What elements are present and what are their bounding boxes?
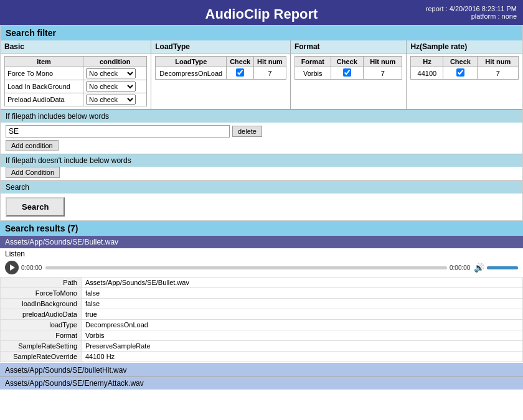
cell-condition[interactable]: No check true false <box>83 67 147 80</box>
hz-col-check: Check <box>443 57 478 67</box>
delete-condition-button[interactable]: delete <box>232 126 262 137</box>
hz-label: Hz(Sample rate) <box>407 40 522 54</box>
add-include-condition-button[interactable]: Add condition <box>6 140 59 151</box>
report-info: report : 4/20/2016 8:23:11 PM platform :… <box>426 5 517 20</box>
table-row: ForceToMono false <box>1 288 523 299</box>
basic-col-item: item <box>5 57 83 67</box>
table-row: Preload AudioData No check true false <box>5 93 147 106</box>
result-path-text-1: Assets/App/Sounds/SE/Bullet.wav <box>5 238 118 246</box>
table-row: DecompressOnLoad 7 <box>156 67 286 80</box>
basic-content: item condition Force To Mono No check tr… <box>1 54 151 109</box>
fmt-col-hitnum: Hit num <box>364 57 402 67</box>
search-results-header: Search results (7) <box>0 221 523 236</box>
table-row: preloadAudioData true <box>1 309 523 320</box>
table-row: loadInBackground false <box>1 299 523 309</box>
detail-key: loadType <box>1 320 82 330</box>
audio-player-1: 0:00:00 0:00:00 🔊 <box>0 259 523 277</box>
result-path-3: Assets/App/Sounds/SE/EnemyAttack.wav <box>0 376 523 390</box>
filepath-exclude-section: If filepath doesn't include below words … <box>1 154 522 180</box>
result-path-1: Assets/App/Sounds/SE/Bullet.wav <box>0 236 523 248</box>
detail-key: SampleRateOverride <box>1 352 82 362</box>
table-row: Vorbis 7 <box>294 67 402 80</box>
search-filter-header: Search filter <box>1 26 522 40</box>
detail-value: Vorbis <box>82 330 523 341</box>
fmt-check[interactable] <box>331 67 363 80</box>
detail-table-1: Path Assets/App/Sounds/SE/Bullet.wav For… <box>0 277 523 362</box>
detail-value: PreserveSampleRate <box>82 341 523 352</box>
cell-item: Force To Mono <box>5 67 83 80</box>
hz-column: Hz(Sample rate) Hz Check Hit num 44100 <box>407 40 522 109</box>
table-row: Load In BackGround No check true false <box>5 80 147 93</box>
preload-audiodata-select[interactable]: No check true false <box>86 95 136 105</box>
detail-key: preloadAudioData <box>1 309 82 320</box>
table-row: 44100 7 <box>411 67 519 80</box>
time-current-1: 0:00:00 <box>21 264 43 271</box>
loadtype-column: LoadType LoadType Check Hit num Decompre… <box>151 40 291 109</box>
force-to-mono-select[interactable]: No check true false <box>86 68 136 78</box>
cell-condition[interactable]: No check true false <box>83 93 147 106</box>
add-exclude-condition-container: Add Condition <box>1 167 522 180</box>
play-button-1[interactable] <box>5 261 19 274</box>
result-path-2: Assets/App/Sounds/SE/bulletHit.wav <box>0 363 523 376</box>
fmt-checkbox[interactable] <box>343 68 351 77</box>
hz-table: Hz Check Hit num 44100 7 <box>410 56 519 80</box>
search-section: Search Search <box>1 180 522 220</box>
hz-col-hitnum: Hit num <box>478 57 519 67</box>
basic-column: Basic item condition Force To Mono <box>1 40 151 109</box>
detail-value: true <box>82 309 523 320</box>
result-item-3: Assets/App/Sounds/SE/EnemyAttack.wav <box>0 376 523 390</box>
hz-col-hz: Hz <box>411 57 443 67</box>
search-filter-section: Search filter Basic item condition Force… <box>0 25 523 221</box>
lt-col-hitnum: Hit num <box>253 57 286 67</box>
detail-value: Assets/App/Sounds/SE/Bullet.wav <box>82 278 523 288</box>
lt-value: DecompressOnLoad <box>156 67 227 80</box>
hz-value: 44100 <box>411 67 443 80</box>
cell-item: Load In BackGround <box>5 80 83 93</box>
detail-key: SampleRateSetting <box>1 341 82 352</box>
search-results-section: Search results (7) Assets/App/Sounds/SE/… <box>0 221 523 390</box>
loadtype-label: LoadType <box>151 40 290 54</box>
filepath-include-header: If filepath includes below words <box>1 110 522 123</box>
lt-col-loadtype: LoadType <box>156 57 227 67</box>
hz-content: Hz Check Hit num 44100 7 <box>407 54 522 82</box>
result-path-text-3: Assets/App/Sounds/SE/EnemyAttack.wav <box>5 379 144 388</box>
lt-check[interactable] <box>227 67 254 80</box>
fmt-col-format: Format <box>294 57 331 67</box>
hz-check[interactable] <box>443 67 478 80</box>
add-exclude-condition-button[interactable]: Add Condition <box>6 167 60 178</box>
volume-icon-1: 🔊 <box>474 263 484 273</box>
loadtype-content: LoadType Check Hit num DecompressOnLoad … <box>151 54 290 82</box>
detail-value: 44100 Hz <box>82 352 523 362</box>
filter-columns: Basic item condition Force To Mono <box>1 40 522 110</box>
fmt-hitnum: 7 <box>364 67 402 80</box>
filepath-include-input[interactable] <box>6 125 230 138</box>
table-row: Force To Mono No check true false <box>5 67 147 80</box>
lt-hitnum: 7 <box>253 67 286 80</box>
hz-checkbox[interactable] <box>456 68 464 77</box>
lt-checkbox[interactable] <box>236 68 244 77</box>
detail-key: ForceToMono <box>1 288 82 299</box>
platform-info: platform : none <box>426 12 517 20</box>
listen-label-1: Listen <box>0 248 523 259</box>
fmt-col-check: Check <box>331 57 363 67</box>
detail-key: Path <box>1 278 82 288</box>
format-column: Format Format Check Hit num Vorbis <box>291 40 407 109</box>
page-header: AudioClip Report report : 4/20/2016 8:23… <box>0 0 523 25</box>
lt-col-check: Check <box>227 57 254 67</box>
basic-label: Basic <box>1 40 151 54</box>
table-row: SampleRateOverride 44100 Hz <box>1 352 523 362</box>
table-row: SampleRateSetting PreserveSampleRate <box>1 341 523 352</box>
search-button-container: Search <box>1 194 522 220</box>
format-label: Format <box>291 40 407 54</box>
volume-bar-1[interactable] <box>487 266 518 269</box>
search-button[interactable]: Search <box>6 197 65 217</box>
detail-value: false <box>82 299 523 309</box>
filepath-exclude-header: If filepath doesn't include below words <box>1 154 522 167</box>
load-background-select[interactable]: No check true false <box>86 82 136 91</box>
table-row: Format Vorbis <box>1 330 523 341</box>
cell-condition[interactable]: No check true false <box>83 80 147 93</box>
progress-bar-1[interactable] <box>45 266 447 269</box>
detail-key: Format <box>1 330 82 341</box>
cell-item: Preload AudioData <box>5 93 83 106</box>
result-item-1: Assets/App/Sounds/SE/Bullet.wav Listen 0… <box>0 236 523 362</box>
